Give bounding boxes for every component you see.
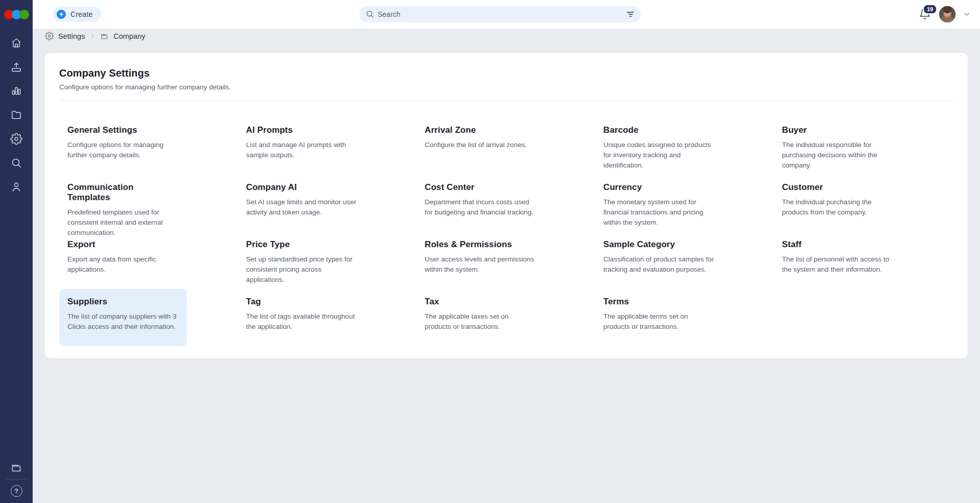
page-title: Company Settings bbox=[59, 67, 953, 79]
settings-item-title: Arrival Zone bbox=[425, 125, 536, 135]
home-icon[interactable] bbox=[10, 37, 22, 49]
settings-grid-item[interactable]: Barcode Unique codes assigned to product… bbox=[595, 117, 723, 175]
settings-item-description: Classification of product samples for tr… bbox=[603, 254, 715, 275]
settings-grid-item[interactable]: Currency The monetary system used for fi… bbox=[595, 175, 723, 232]
settings-item-title: Customer bbox=[782, 182, 893, 193]
settings-grid-item[interactable]: Cost Center Department that incurs costs… bbox=[416, 175, 544, 232]
settings-grid-item[interactable]: Tax The applicable taxes set on products… bbox=[416, 289, 544, 346]
app-logo[interactable] bbox=[0, 0, 33, 29]
settings-grid-item[interactable]: Suppliers The list of company suppliers … bbox=[59, 289, 187, 346]
create-button[interactable]: + Create bbox=[53, 7, 101, 22]
topbar-right: 19 bbox=[919, 0, 971, 29]
settings-item-title: Export bbox=[67, 239, 179, 250]
settings-grid-item[interactable]: Customer The individual purchasing the p… bbox=[774, 175, 901, 232]
settings-item-description: Configure options for managing further c… bbox=[67, 140, 179, 160]
settings-item-description: The list of personnel with access to the… bbox=[782, 254, 893, 275]
settings-item-title: Tax bbox=[425, 297, 536, 307]
filter-icon[interactable] bbox=[626, 11, 634, 18]
settings-item-description: Unique codes assigned to products for in… bbox=[603, 140, 715, 171]
notification-count-badge: 19 bbox=[923, 4, 937, 14]
settings-icon[interactable] bbox=[10, 133, 22, 145]
settings-grid-item[interactable]: Terms The applicable terms set on produc… bbox=[595, 289, 723, 346]
settings-grid-item[interactable]: Tag The list of tags available throughou… bbox=[238, 289, 365, 346]
sidebar: ? bbox=[0, 0, 33, 503]
settings-grid-item[interactable]: Price Type Set up standardised price typ… bbox=[238, 232, 365, 289]
card-header: Company Settings Configure options for m… bbox=[45, 53, 968, 91]
settings-gear-icon bbox=[45, 32, 54, 40]
breadcrumb: Settings Company bbox=[45, 32, 145, 40]
settings-item-description: Configure the list of arrival zones. bbox=[425, 140, 536, 150]
settings-item-title: Tag bbox=[246, 297, 357, 307]
settings-grid-item[interactable]: Communication Templates Predefined templ… bbox=[59, 175, 187, 232]
search-icon[interactable] bbox=[10, 157, 22, 169]
search-icon bbox=[365, 10, 374, 18]
settings-item-description: Set AI usage limits and monitor user act… bbox=[246, 197, 357, 218]
settings-grid-item[interactable]: Buyer The individual responsible for pur… bbox=[774, 117, 901, 175]
settings-item-description: Set up standardised price types for cons… bbox=[246, 254, 357, 285]
profile-icon[interactable] bbox=[10, 181, 22, 193]
settings-item-title: Terms bbox=[603, 297, 715, 307]
settings-item-title: Communication Templates bbox=[67, 182, 179, 203]
breadcrumb-settings[interactable]: Settings bbox=[58, 32, 85, 40]
settings-item-description: The individual responsible for purchasin… bbox=[782, 140, 893, 171]
settings-item-title: General Settings bbox=[67, 125, 179, 135]
search-bar bbox=[359, 6, 641, 22]
upload-icon[interactable] bbox=[10, 61, 22, 73]
notifications-bell-icon[interactable]: 19 bbox=[919, 8, 932, 21]
sidebar-nav bbox=[10, 37, 22, 193]
settings-item-title: Buyer bbox=[782, 125, 893, 135]
settings-item-description: User access levels and permissions withi… bbox=[425, 254, 536, 275]
search-input[interactable] bbox=[359, 6, 641, 22]
settings-item-title: Roles & Permissions bbox=[425, 239, 536, 250]
page-subtitle: Configure options for managing further c… bbox=[59, 83, 953, 91]
settings-item-description: The applicable taxes set on products or … bbox=[425, 312, 536, 332]
settings-grid-item[interactable]: Roles & Permissions User access levels a… bbox=[416, 232, 544, 289]
settings-item-description: The monetary system used for financial t… bbox=[603, 197, 715, 228]
sidebar-bottom: ? bbox=[6, 461, 27, 497]
settings-grid-item[interactable]: Sample Category Classification of produc… bbox=[595, 232, 723, 289]
header-divider bbox=[59, 101, 953, 101]
settings-item-title: Company AI bbox=[246, 182, 357, 193]
settings-item-title: Cost Center bbox=[425, 182, 536, 193]
folder-icon[interactable] bbox=[10, 109, 22, 121]
settings-grid-item[interactable]: AI Prompts List and manage AI prompts wi… bbox=[238, 117, 365, 175]
settings-grid-item[interactable]: Company AI Set AI usage limits and monit… bbox=[238, 175, 365, 232]
help-icon[interactable]: ? bbox=[11, 485, 22, 497]
settings-item-description: The list of company suppliers with 3 Cli… bbox=[67, 312, 179, 332]
settings-item-title: Staff bbox=[782, 239, 893, 250]
company-factory-icon bbox=[100, 32, 109, 40]
avatar[interactable] bbox=[939, 6, 956, 23]
settings-grid: General Settings Configure options for m… bbox=[59, 117, 953, 346]
plus-icon: + bbox=[57, 10, 66, 19]
sidebar-divider bbox=[6, 479, 27, 480]
topbar: + Create 19 bbox=[33, 0, 980, 29]
settings-grid-item[interactable]: General Settings Configure options for m… bbox=[59, 117, 187, 175]
settings-item-description: The list of tags available throughout th… bbox=[246, 312, 357, 332]
settings-grid-item[interactable]: Arrival Zone Configure the list of arriv… bbox=[416, 117, 544, 175]
analytics-icon[interactable] bbox=[10, 85, 22, 97]
settings-item-title: AI Prompts bbox=[246, 125, 357, 135]
settings-item-title: Barcode bbox=[603, 125, 715, 135]
settings-item-description: Export any data from specific applicatio… bbox=[67, 254, 179, 275]
settings-item-title: Currency bbox=[603, 182, 715, 193]
company-icon[interactable] bbox=[10, 461, 22, 473]
logo-circles-icon bbox=[4, 10, 29, 19]
company-settings-card: Company Settings Configure options for m… bbox=[45, 53, 968, 358]
chevron-down-icon[interactable] bbox=[963, 10, 971, 18]
create-button-label: Create bbox=[70, 10, 93, 18]
settings-item-title: Price Type bbox=[246, 239, 357, 250]
breadcrumb-company[interactable]: Company bbox=[113, 32, 145, 40]
settings-item-description: The individual purchasing the products f… bbox=[782, 197, 893, 218]
settings-item-title: Sample Category bbox=[603, 239, 715, 250]
settings-item-description: Department that incurs costs used for bu… bbox=[425, 197, 536, 218]
settings-grid-item[interactable]: Staff The list of personnel with access … bbox=[774, 232, 901, 289]
chevron-right-icon bbox=[89, 33, 95, 39]
settings-item-description: List and manage AI prompts with sample o… bbox=[246, 140, 357, 160]
settings-item-description: The applicable terms set on products or … bbox=[603, 312, 715, 332]
logo-green-dot bbox=[19, 10, 29, 19]
settings-grid-item[interactable]: Export Export any data from specific app… bbox=[59, 232, 187, 289]
settings-item-title: Suppliers bbox=[67, 297, 179, 307]
